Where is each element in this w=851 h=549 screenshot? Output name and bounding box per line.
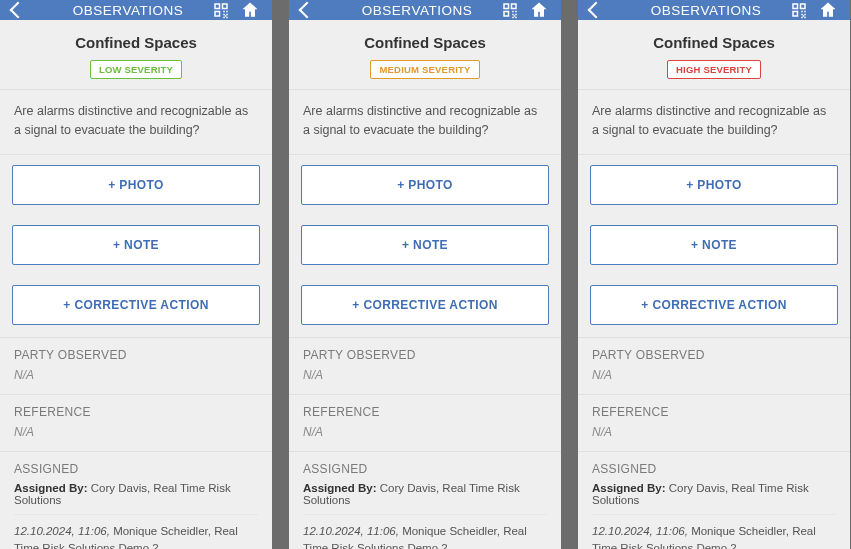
add-note-button[interactable]: + NOTE <box>590 225 838 265</box>
assignment-timestamp: 12.10.2024, 11:06, <box>14 525 110 537</box>
party-observed-label: PARTY OBSERVED <box>303 348 547 362</box>
reference-label: REFERENCE <box>592 405 836 419</box>
question-text: Are alarms distinctive and recognizable … <box>289 90 561 155</box>
add-photo-button[interactable]: + PHOTO <box>590 165 838 205</box>
assigned-label: ASSIGNED <box>14 462 258 476</box>
topbar: OBSERVATIONS <box>578 0 850 20</box>
add-photo-button[interactable]: + PHOTO <box>301 165 549 205</box>
add-note-button[interactable]: + NOTE <box>301 225 549 265</box>
back-button[interactable] <box>12 4 52 16</box>
party-observed-label: PARTY OBSERVED <box>14 348 258 362</box>
topbar: OBSERVATIONS <box>289 0 561 20</box>
assigned-by-row: Assigned By: Cory Davis, Real Time Risk … <box>592 482 836 515</box>
assigned-section: ASSIGNED Assigned By: Cory Davis, Real T… <box>289 452 561 550</box>
assigned-section: ASSIGNED Assigned By: Cory Davis, Real T… <box>578 452 850 550</box>
action-buttons: + PHOTO + NOTE + CORRECTIVE ACTION <box>289 155 561 338</box>
screen-title: OBSERVATIONS <box>630 3 782 18</box>
party-observed-value: N/A <box>14 368 258 382</box>
section-title: Confined Spaces <box>10 34 262 51</box>
party-observed-value: N/A <box>592 368 836 382</box>
chevron-left-icon <box>299 2 316 19</box>
reference-section: REFERENCE N/A <box>289 395 561 452</box>
pane-0: OBSERVATIONS Confined Spaces LOW SEVERIT… <box>0 0 272 549</box>
qr-icon[interactable] <box>212 1 230 19</box>
severity-badge: HIGH SEVERITY <box>667 60 761 79</box>
home-icon[interactable] <box>529 0 549 20</box>
reference-value: N/A <box>592 425 836 439</box>
action-buttons: + PHOTO + NOTE + CORRECTIVE ACTION <box>578 155 850 338</box>
question-text: Are alarms distinctive and recognizable … <box>0 90 272 155</box>
back-button[interactable] <box>301 4 341 16</box>
home-icon[interactable] <box>818 0 838 20</box>
assignment-row: 12.10.2024, 11:06, Monique Scheidler, Re… <box>592 523 836 550</box>
assignment-timestamp: 12.10.2024, 11:06, <box>592 525 688 537</box>
party-observed-label: PARTY OBSERVED <box>592 348 836 362</box>
assigned-section: ASSIGNED Assigned By: Cory Davis, Real T… <box>0 452 272 550</box>
home-icon[interactable] <box>240 0 260 20</box>
question-text: Are alarms distinctive and recognizable … <box>578 90 850 155</box>
reference-value: N/A <box>14 425 258 439</box>
add-photo-button[interactable]: + PHOTO <box>12 165 260 205</box>
back-button[interactable] <box>590 4 630 16</box>
action-buttons: + PHOTO + NOTE + CORRECTIVE ACTION <box>0 155 272 338</box>
assigned-by-row: Assigned By: Cory Davis, Real Time Risk … <box>303 482 547 515</box>
assigned-by-label: Assigned By: <box>14 482 88 494</box>
reference-label: REFERENCE <box>303 405 547 419</box>
party-observed-section: PARTY OBSERVED N/A <box>289 338 561 395</box>
assigned-label: ASSIGNED <box>592 462 836 476</box>
assignment-row: 12.10.2024, 11:06, Monique Scheidler, Re… <box>14 523 258 550</box>
severity-badge: LOW SEVERITY <box>90 60 182 79</box>
section-title: Confined Spaces <box>299 34 551 51</box>
add-corrective-action-button[interactable]: + CORRECTIVE ACTION <box>12 285 260 325</box>
party-observed-section: PARTY OBSERVED N/A <box>0 338 272 395</box>
reference-label: REFERENCE <box>14 405 258 419</box>
reference-value: N/A <box>303 425 547 439</box>
assigned-by-label: Assigned By: <box>303 482 377 494</box>
party-observed-value: N/A <box>303 368 547 382</box>
add-note-button[interactable]: + NOTE <box>12 225 260 265</box>
pane-2: OBSERVATIONS Confined Spaces HIGH SEVERI… <box>578 0 850 549</box>
chevron-left-icon <box>10 2 27 19</box>
pane-1: OBSERVATIONS Confined Spaces MEDIUM SEVE… <box>289 0 561 549</box>
assigned-by-label: Assigned By: <box>592 482 666 494</box>
assigned-by-row: Assigned By: Cory Davis, Real Time Risk … <box>14 482 258 515</box>
assigned-label: ASSIGNED <box>303 462 547 476</box>
subheader: Confined Spaces HIGH SEVERITY <box>578 20 850 90</box>
add-corrective-action-button[interactable]: + CORRECTIVE ACTION <box>301 285 549 325</box>
reference-section: REFERENCE N/A <box>578 395 850 452</box>
party-observed-section: PARTY OBSERVED N/A <box>578 338 850 395</box>
add-corrective-action-button[interactable]: + CORRECTIVE ACTION <box>590 285 838 325</box>
section-title: Confined Spaces <box>588 34 840 51</box>
screen-title: OBSERVATIONS <box>341 3 493 18</box>
assignment-row: 12.10.2024, 11:06, Monique Scheidler, Re… <box>303 523 547 550</box>
qr-icon[interactable] <box>501 1 519 19</box>
severity-badge: MEDIUM SEVERITY <box>370 60 479 79</box>
subheader: Confined Spaces LOW SEVERITY <box>0 20 272 90</box>
reference-section: REFERENCE N/A <box>0 395 272 452</box>
assignment-timestamp: 12.10.2024, 11:06, <box>303 525 399 537</box>
topbar: OBSERVATIONS <box>0 0 272 20</box>
subheader: Confined Spaces MEDIUM SEVERITY <box>289 20 561 90</box>
screen-title: OBSERVATIONS <box>52 3 204 18</box>
chevron-left-icon <box>588 2 605 19</box>
qr-icon[interactable] <box>790 1 808 19</box>
